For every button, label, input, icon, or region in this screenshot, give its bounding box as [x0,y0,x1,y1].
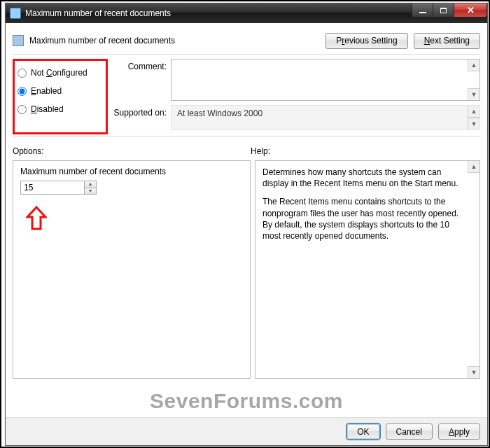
apply-button[interactable]: Apply [438,424,480,440]
state-radio-group: Not Configured Enabled Disabled [13,59,108,134]
supported-on-value: At least Windows 2000 [177,108,262,118]
radio-label: Disabled [31,104,64,114]
scroll-down-icon[interactable]: ▼ [468,88,479,100]
option-field-label: Maximum number of recent documents [20,167,243,176]
policy-title: Maximum number of recent documents [29,36,326,46]
policy-icon [13,35,24,46]
watermark-text: SevenForums.com [6,389,487,413]
previous-setting-button[interactable]: Previous Setting [326,33,407,49]
close-button[interactable]: ✕ [454,4,487,18]
dialog-footer: OK Cancel Apply [6,417,487,445]
close-icon: ✕ [467,6,475,15]
annotation-arrow-icon [26,206,47,231]
help-panel: Determines how many shortcuts the system… [255,160,480,379]
help-section-label: Help: [251,146,270,156]
radio-label: Enabled [31,86,62,96]
options-panel: Maximum number of recent documents ▲ ▼ [13,160,251,379]
dialog-window: Maximum number of recent documents ✕ Max… [5,3,488,446]
scroll-up-icon[interactable]: ▲ [468,59,479,71]
radio-disabled[interactable]: Disabled [15,100,103,118]
cancel-button[interactable]: Cancel [386,424,433,440]
radio-not-configured[interactable]: Not Configured [15,64,103,82]
recent-docs-input[interactable] [20,181,85,195]
comment-textarea[interactable]: ▲ ▼ [171,59,480,101]
scroll-up-icon[interactable]: ▲ [468,106,479,118]
radio-disabled-input[interactable] [18,105,27,114]
radio-enabled[interactable]: Enabled [15,82,103,100]
radio-enabled-input[interactable] [18,87,27,96]
divider [13,136,480,136]
spin-down-button[interactable]: ▼ [85,188,97,195]
options-section-label: Options: [13,146,44,156]
ok-button[interactable]: OK [346,424,379,440]
divider [13,54,480,55]
radio-label: Not Configured [31,68,88,78]
radio-not-configured-input[interactable] [18,69,27,78]
spin-up-button[interactable]: ▲ [85,181,97,188]
maximize-icon [440,8,447,13]
next-setting-button[interactable]: Next Setting [414,33,480,49]
help-paragraph: Determines how many shortcuts the system… [262,167,464,189]
scroll-up-icon[interactable]: ▲ [468,161,479,173]
titlebar[interactable]: Maximum number of recent documents ✕ [6,4,487,23]
supported-label: Supported on: [108,105,171,118]
comment-label: Comment: [108,59,171,71]
scroll-down-icon[interactable]: ▼ [468,366,479,378]
app-icon [10,8,21,19]
minimize-button[interactable] [412,4,433,18]
help-paragraph: The Recent Items menu contains shortcuts… [262,196,464,241]
recent-docs-spinner[interactable]: ▲ ▼ [20,181,97,195]
supported-on-box: At least Windows 2000 ▲ ▼ [171,105,480,130]
maximize-button[interactable] [433,4,454,18]
scroll-down-icon[interactable]: ▼ [468,118,479,130]
minimize-icon [419,12,426,13]
